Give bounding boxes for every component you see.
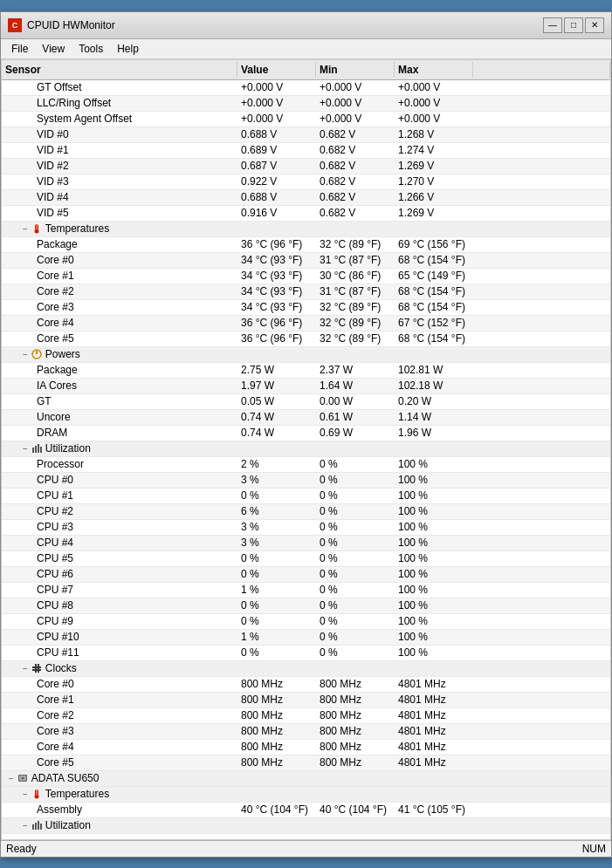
sensor-extra xyxy=(473,724,610,739)
sensor-value: +0.000 V xyxy=(237,80,316,95)
table-row: System Agent Offset+0.000 V+0.000 V+0.00… xyxy=(2,112,610,127)
menu-help[interactable]: Help xyxy=(110,41,146,57)
sensor-max: 68 °C (154 °F) xyxy=(395,300,473,315)
sensor-name: Core #2 xyxy=(2,708,237,723)
row-label: CPU #5 xyxy=(37,552,73,564)
sensor-max: 100 % xyxy=(395,630,473,645)
status-ready: Ready xyxy=(6,843,37,855)
menu-file[interactable]: File xyxy=(4,41,35,57)
sensor-max xyxy=(395,818,473,833)
row-label: CPU #0 xyxy=(37,474,73,486)
table-row: GT Offset+0.000 V+0.000 V+0.000 V xyxy=(2,80,610,96)
svg-rect-14 xyxy=(38,664,39,673)
maximize-button[interactable]: □ xyxy=(564,17,583,33)
sensor-name: CPU #10 xyxy=(2,630,237,645)
table-header: Sensor Value Min Max xyxy=(2,60,610,80)
expand-icon[interactable]: − xyxy=(23,224,28,234)
sensor-name[interactable]: − Utilization xyxy=(2,441,237,456)
sensor-name[interactable]: − Powers xyxy=(2,347,237,362)
row-label: Core #0 xyxy=(37,678,74,690)
sensor-extra xyxy=(473,520,610,535)
svg-rect-7 xyxy=(32,448,34,453)
table-row: CPU #03 %0 %100 % xyxy=(2,473,610,489)
row-label: DRAM xyxy=(37,427,67,439)
statusbar: Ready NUM xyxy=(1,840,611,857)
sensor-min: 32 °C (89 °F) xyxy=(316,316,395,331)
sensor-extra xyxy=(473,677,610,692)
sensor-value: 36 °C (96 °F) xyxy=(237,316,316,331)
table-row: VID #40.688 V0.682 V1.266 V xyxy=(2,190,610,206)
sensor-name: Uncore xyxy=(2,410,237,425)
minimize-button[interactable]: — xyxy=(543,17,562,33)
sensor-value: 0 % xyxy=(237,551,316,566)
sensor-value: 800 MHz xyxy=(237,708,316,723)
menu-view[interactable]: View xyxy=(35,41,72,57)
sensor-name[interactable]: − Temperatures xyxy=(2,222,237,236)
table-row: − Utilization xyxy=(2,818,610,834)
window-controls: — □ ✕ xyxy=(543,17,604,33)
expand-icon[interactable]: − xyxy=(23,444,28,454)
sensor-extra xyxy=(473,159,610,174)
sensor-name: VID #0 xyxy=(2,127,237,142)
sensor-name[interactable]: − Utilization xyxy=(2,818,237,833)
sensor-min: 0 % xyxy=(316,551,395,566)
sensor-min: 0.682 V xyxy=(316,190,395,205)
sensor-extra xyxy=(473,693,610,707)
sensor-max xyxy=(395,771,473,786)
sensor-min: 0 % xyxy=(316,489,395,503)
sensor-name[interactable]: − Clocks xyxy=(2,661,237,676)
sensor-value: 3 % xyxy=(237,520,316,535)
table-row: CPU #43 %0 %100 % xyxy=(2,536,610,551)
sensor-name: Core #3 xyxy=(2,724,237,739)
svg-text:C: C xyxy=(12,21,18,30)
sensor-extra xyxy=(473,363,610,378)
svg-rect-8 xyxy=(35,446,37,453)
sensor-name[interactable]: − Temperatures xyxy=(2,787,237,802)
sensor-max: 68 °C (154 °F) xyxy=(395,253,473,268)
sensor-extra xyxy=(473,504,610,519)
expand-icon[interactable]: − xyxy=(23,821,28,830)
sensor-value: 0 % xyxy=(237,614,316,629)
menu-tools[interactable]: Tools xyxy=(72,41,110,57)
sensor-value: 0.688 V xyxy=(237,190,316,205)
table-row: CPU #26 %0 %100 % xyxy=(2,504,610,520)
sensor-name: GT xyxy=(2,394,237,409)
expand-icon[interactable]: − xyxy=(23,789,28,799)
svg-point-3 xyxy=(34,229,38,234)
expand-icon[interactable]: − xyxy=(9,774,14,783)
sensor-min: 0 % xyxy=(316,520,395,535)
sensor-value: 0 % xyxy=(237,598,316,613)
sensor-value: 1.97 W xyxy=(237,379,316,393)
close-button[interactable]: ✕ xyxy=(585,17,604,33)
sensor-extra xyxy=(473,598,610,613)
expand-icon[interactable]: − xyxy=(23,350,28,359)
expand-icon[interactable]: − xyxy=(23,664,28,673)
table-row: CPU #71 %0 %100 % xyxy=(2,583,610,598)
svg-rect-24 xyxy=(40,824,42,830)
tree-body[interactable]: GT Offset+0.000 V+0.000 V+0.000 VLLC/Rin… xyxy=(2,80,610,839)
table-row: CPU #110 %0 %100 % xyxy=(2,646,610,661)
sensor-value: 34 °C (93 °F) xyxy=(237,300,316,315)
sensor-min: 0 % xyxy=(316,536,395,550)
sensor-name: Core #2 xyxy=(2,284,237,299)
disk-icon xyxy=(17,772,29,784)
sensor-min: 0 % xyxy=(316,504,395,519)
row-label: System Agent Offset xyxy=(37,113,132,125)
sensor-name: Core #1 xyxy=(2,693,237,707)
sensor-name: GT Offset xyxy=(2,80,237,95)
sensor-max: 100 % xyxy=(395,598,473,613)
sensor-value xyxy=(237,771,316,786)
sensor-extra xyxy=(473,379,610,393)
table-row: Core #3800 MHz800 MHz4801 MHz xyxy=(2,724,610,740)
sensor-name[interactable]: − ADATA SU650 xyxy=(2,771,237,786)
sensor-min xyxy=(316,787,395,802)
sensor-max: 1.14 W xyxy=(395,410,473,425)
svg-rect-13 xyxy=(35,664,37,673)
sensor-max: +0.000 V xyxy=(395,80,473,95)
sensor-min: 0 % xyxy=(316,614,395,629)
sensor-value: 3 % xyxy=(237,473,316,488)
sensor-max: 41 °C (105 °F) xyxy=(395,803,473,817)
content-area: Sensor Value Min Max GT Offset+0.000 V+0… xyxy=(1,59,611,840)
sensor-extra xyxy=(473,237,610,252)
table-row: Package2.75 W2.37 W102.81 W xyxy=(2,363,610,379)
